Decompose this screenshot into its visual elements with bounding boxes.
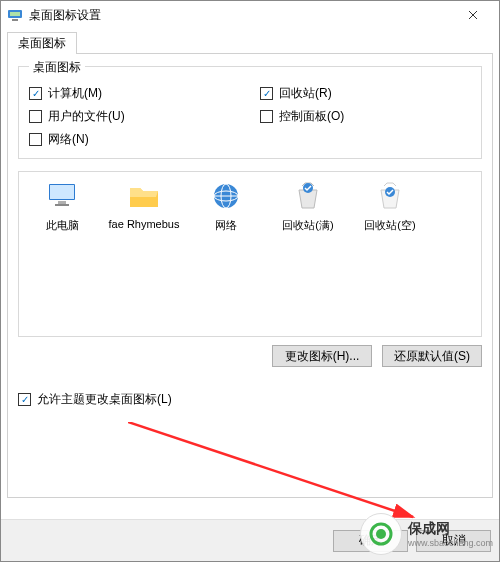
checkbox-icon	[29, 110, 42, 123]
checkbox-icon: ✓	[29, 87, 42, 100]
watermark: 保成网 www.sbaocheng.com	[360, 513, 493, 555]
restore-default-button[interactable]: 还原默认值(S)	[382, 345, 482, 367]
icon-button-row: 更改图标(H)... 还原默认值(S)	[18, 345, 482, 367]
checkbox-item[interactable]: ✓回收站(R)	[260, 85, 471, 102]
checkbox-item[interactable]: 网络(N)	[29, 131, 240, 148]
icon-preview-item[interactable]: 回收站(满)	[269, 178, 347, 233]
userfolder-icon	[126, 178, 162, 214]
checkbox-label: 控制面板(O)	[279, 108, 344, 125]
watermark-text: 保成网	[408, 520, 493, 538]
recyclebin-empty-icon	[372, 178, 408, 214]
recyclebin-full-icon	[290, 178, 326, 214]
icon-preview-item[interactable]: 此电脑	[23, 178, 101, 233]
watermark-logo-icon	[360, 513, 402, 555]
checkbox-label: 计算机(M)	[48, 85, 102, 102]
svg-point-17	[376, 529, 386, 539]
icon-preview-label: 回收站(满)	[269, 218, 347, 233]
system-icon	[7, 7, 23, 23]
checkbox-label: 用户的文件(U)	[48, 108, 125, 125]
window-title: 桌面图标设置	[29, 7, 453, 24]
groupbox-desktop-icons: 桌面图标 ✓计算机(M)✓回收站(R)用户的文件(U)控制面板(O)网络(N)	[18, 66, 482, 159]
network-icon	[208, 178, 244, 214]
computer-icon	[44, 178, 80, 214]
tab-desktop-icons[interactable]: 桌面图标	[7, 32, 77, 54]
svg-rect-7	[58, 201, 66, 204]
tabstrip: 桌面图标	[1, 29, 499, 53]
svg-rect-6	[50, 185, 74, 199]
svg-rect-8	[55, 204, 69, 206]
checkbox-icon	[260, 110, 273, 123]
checkbox-item[interactable]: 控制面板(O)	[260, 108, 471, 125]
icon-preview-item[interactable]: 回收站(空)	[351, 178, 429, 233]
checkbox-label: 回收站(R)	[279, 85, 332, 102]
allow-theme-label: 允许主题更改桌面图标(L)	[37, 391, 172, 408]
desktop-icon-settings-window: 桌面图标设置 桌面图标 桌面图标 ✓计算机(M)✓回收站(R)用户的文件(U)控…	[0, 0, 500, 562]
checkbox-icon: ✓	[260, 87, 273, 100]
titlebar: 桌面图标设置	[1, 1, 499, 29]
icon-preview-label: 网络	[187, 218, 265, 233]
change-icon-button[interactable]: 更改图标(H)...	[272, 345, 372, 367]
icon-preview-label: 此电脑	[23, 218, 101, 233]
checkbox-item[interactable]: ✓计算机(M)	[29, 85, 240, 102]
checkbox-item[interactable]: 用户的文件(U)	[29, 108, 240, 125]
icon-preview-list: 此电脑fae Rhymebus网络回收站(满)回收站(空)	[18, 171, 482, 337]
close-button[interactable]	[453, 1, 493, 29]
allow-theme-checkbox[interactable]: ✓ 允许主题更改桌面图标(L)	[18, 391, 482, 408]
checkbox-icon	[29, 133, 42, 146]
tab-content: 桌面图标 ✓计算机(M)✓回收站(R)用户的文件(U)控制面板(O)网络(N) …	[7, 53, 493, 498]
checkbox-label: 网络(N)	[48, 131, 89, 148]
svg-line-15	[128, 422, 413, 517]
icon-preview-item[interactable]: 网络	[187, 178, 265, 233]
icon-preview-item[interactable]: fae Rhymebus	[105, 178, 183, 230]
svg-rect-2	[12, 19, 18, 21]
groupbox-legend: 桌面图标	[29, 59, 85, 76]
icon-preview-label: fae Rhymebus	[105, 218, 183, 230]
checkbox-icon: ✓	[18, 393, 31, 406]
svg-rect-1	[10, 12, 20, 16]
watermark-sub: www.sbaocheng.com	[408, 538, 493, 548]
close-icon	[468, 10, 478, 20]
icon-preview-label: 回收站(空)	[351, 218, 429, 233]
